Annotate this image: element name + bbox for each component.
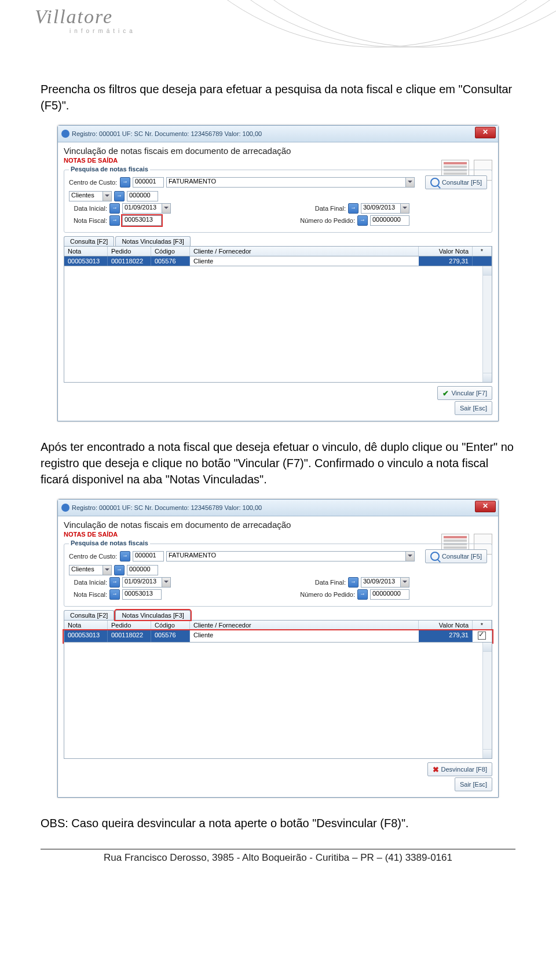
label-nota-fiscal: Nota Fiscal: [69,217,107,224]
consultar-label: Consultar [F5] [442,553,482,560]
col-cliente: Cliente / Fornecedor [190,621,419,630]
lookup-cliente-button[interactable]: → [114,565,125,575]
calendar-data-final-button[interactable]: → [348,577,359,588]
cliente-code-input[interactable]: 000000 [127,565,158,575]
group-title: Pesquisa de notas fiscais [69,166,150,172]
data-inicial-input[interactable]: 01/09/2013 [122,203,171,214]
lookup-centro-custo-button[interactable]: → [120,177,130,188]
table-header: Nota Pedido Código Cliente / Fornecedor … [64,246,492,256]
vertical-scrollbar[interactable] [482,643,492,758]
col-codigo: Código [151,621,190,630]
footer-divider [41,849,515,850]
desvincular-button[interactable]: ✖ Desvincular [F8] [427,762,492,776]
cell-valor: 279,31 [419,256,473,266]
scroll-up-button[interactable] [483,266,492,276]
sair-button[interactable]: Sair [Esc] [455,401,492,415]
tab-consulta[interactable]: Consulta [F2] [64,236,114,246]
label-numero-pedido: Número do Pedido: [300,217,355,224]
window-titlebar: Registro: 000001 UF: SC Nr. Documento: 1… [58,126,498,142]
lookup-nota-fiscal-button[interactable]: → [109,589,120,600]
chevron-down-icon [405,552,414,561]
col-nota: Nota [64,247,108,256]
numero-pedido-input[interactable]: 00000000 [370,215,409,226]
tab-notas-vinculadas[interactable]: Notas Vinculadas [F3] [115,610,190,620]
footer-address: Rua Francisco Derosso, 3985 - Alto Boque… [41,852,515,864]
data-final-value: 30/09/2013 [363,204,395,211]
dialog-subheading: NOTAS DE SAÍDA [64,531,492,538]
calendar-data-final-button[interactable]: → [348,203,359,214]
paragraph-3: OBS: Caso queira desvincular a nota aper… [41,815,515,831]
table-row[interactable]: 000053013 000118022 005576 Cliente 279,3… [64,256,492,266]
cell-cliente: Cliente [190,256,419,266]
cell-blank [473,256,492,266]
data-inicial-value: 01/09/2013 [125,204,156,211]
paragraph-1: Preencha os filtros que deseja para efet… [41,81,515,113]
vertical-scrollbar[interactable] [482,266,492,382]
lookup-pedido-button[interactable]: → [357,589,368,600]
cliente-code-input[interactable]: 000000 [127,191,158,201]
data-inicial-input[interactable]: 01/09/2013 [122,577,171,588]
dialog-subheading: NOTAS DE SAÍDA [64,157,492,164]
table-body-empty [64,266,492,383]
close-button[interactable]: ✕ [475,501,496,512]
cell-nota: 000053013 [64,630,108,642]
numero-pedido-input[interactable]: 00000000 [370,589,409,600]
lookup-centro-custo-button[interactable]: → [120,551,130,561]
lookup-pedido-button[interactable]: → [357,215,368,226]
chevron-down-icon [162,578,170,587]
cell-check [473,630,492,642]
consultar-button[interactable]: Consultar [F5] [425,175,487,189]
consultar-label: Consultar [F5] [442,179,482,186]
screenshot-window-2: Registro: 000001 UF: SC Nr. Documento: 1… [57,499,499,798]
vincular-label: Vincular [F7] [451,390,487,397]
cell-cliente: Cliente [190,630,419,642]
centro-custo-name: FATURAMENTO [169,552,216,559]
chevron-down-icon [405,178,414,187]
screenshot-window-1: Registro: 000001 UF: SC Nr. Documento: 1… [57,125,499,421]
centro-custo-name-dropdown[interactable]: FATURAMENTO [166,177,415,188]
brand-logo: Villatore informática [35,6,151,34]
tab-consulta[interactable]: Consulta [F2] [64,610,114,620]
sair-label: Sair [Esc] [460,405,487,412]
calendar-data-inicial-button[interactable]: → [109,577,120,588]
x-icon: ✖ [433,765,439,774]
data-inicial-value: 01/09/2013 [125,578,156,585]
check-icon: ✔ [442,389,449,398]
scroll-down-button[interactable] [483,749,492,758]
tab-notas-vinculadas[interactable]: Notas Vinculadas [F3] [115,236,190,246]
label-nota-fiscal: Nota Fiscal: [69,591,107,598]
lookup-nota-fiscal-button[interactable]: → [109,215,120,226]
scroll-down-button[interactable] [483,373,492,382]
tipo-pessoa-dropdown[interactable]: Clientes [69,191,112,201]
table-row[interactable]: 000053013 000118022 005576 Cliente 279,3… [64,630,492,643]
cell-pedido: 000118022 [108,256,151,266]
nota-fiscal-input[interactable]: 00053013 [122,215,162,226]
calendar-data-inicial-button[interactable]: → [109,203,120,214]
centro-custo-code-input[interactable]: 000001 [133,177,164,188]
consultar-button[interactable]: Consultar [F5] [425,549,487,563]
nota-fiscal-input[interactable]: 00053013 [122,589,162,600]
cell-codigo: 005576 [151,630,190,642]
brand-name: Villatore [35,6,151,28]
tipo-pessoa-dropdown[interactable]: Clientes [69,565,112,575]
vincular-button[interactable]: ✔ Vincular [F7] [437,386,492,400]
centro-custo-code-input[interactable]: 000001 [133,551,164,561]
data-final-input[interactable]: 30/09/2013 [361,203,409,214]
sair-button[interactable]: Sair [Esc] [455,777,492,791]
col-valor: Valor Nota [419,621,473,630]
cell-nota: 000053013 [64,256,108,266]
chevron-down-icon [103,192,111,201]
data-final-input[interactable]: 30/09/2013 [361,577,409,588]
centro-custo-name-dropdown[interactable]: FATURAMENTO [166,551,415,561]
window-title: Registro: 000001 UF: SC Nr. Documento: 1… [72,130,262,137]
col-cliente: Cliente / Fornecedor [190,247,419,256]
close-button[interactable]: ✕ [475,127,496,138]
group-title: Pesquisa de notas fiscais [69,539,150,546]
search-icon [430,178,440,187]
window-title: Registro: 000001 UF: SC Nr. Documento: 1… [72,504,262,511]
scroll-up-button[interactable] [483,643,492,652]
col-pedido: Pedido [108,247,151,256]
row-checkbox[interactable] [478,632,486,640]
lookup-cliente-button[interactable]: → [114,191,125,201]
data-final-value: 30/09/2013 [363,578,395,585]
